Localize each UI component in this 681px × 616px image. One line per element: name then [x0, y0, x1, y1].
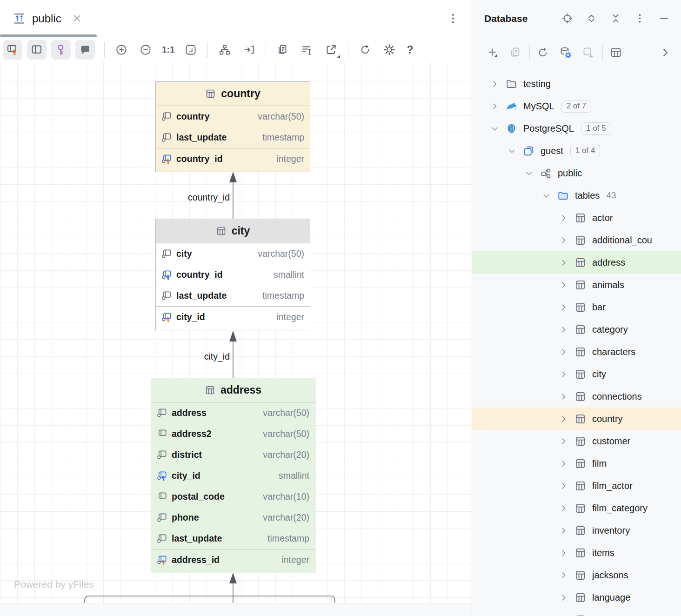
chevron-icon[interactable]: [524, 168, 534, 178]
tree-item-payment_table[interactable]: payment_table: [472, 609, 681, 616]
tree-item-characters[interactable]: characters: [472, 341, 681, 363]
column-row-last_update[interactable]: last_update timestamp: [156, 127, 310, 148]
column-row-district[interactable]: district varchar(20): [151, 444, 315, 465]
entity-header[interactable]: city: [156, 219, 310, 243]
chevron-icon[interactable]: [559, 436, 568, 446]
column-row-city_id[interactable]: city_id integer: [156, 306, 310, 327]
column-row-country_id[interactable]: country_id integer: [156, 148, 310, 169]
actual-size-button[interactable]: 1:1: [162, 45, 174, 55]
column-row-last_update[interactable]: last_update timestamp: [151, 528, 315, 549]
copy-diagram-button[interactable]: [275, 42, 291, 58]
export-button[interactable]: [323, 42, 339, 58]
tree-item-public[interactable]: public: [472, 162, 681, 184]
more-toolbar-icon[interactable]: [659, 46, 672, 59]
show-key-columns-button[interactable]: [3, 40, 22, 60]
column-row-phone[interactable]: phone varchar(20): [151, 507, 315, 528]
chevron-icon[interactable]: [559, 526, 568, 536]
column-row-city_id[interactable]: city_id smallint: [151, 465, 315, 486]
tree-item-PostgreSQL[interactable]: PostgreSQL 1 of 5: [472, 117, 681, 140]
tree-item-category[interactable]: category: [472, 318, 681, 341]
tree-item-items[interactable]: items: [472, 542, 681, 564]
chevron-icon[interactable]: [559, 570, 568, 580]
chevron-icon[interactable]: [559, 459, 568, 469]
refresh-button[interactable]: [357, 42, 373, 58]
help-button[interactable]: ?: [407, 44, 413, 56]
panel-options-kebab-icon[interactable]: [634, 13, 646, 24]
chevron-icon[interactable]: [559, 325, 568, 335]
chevron-icon[interactable]: [559, 503, 568, 513]
tab-close-icon[interactable]: [73, 15, 80, 22]
datasource-properties-button[interactable]: [559, 46, 572, 59]
duplicate-button[interactable]: [509, 46, 522, 59]
refresh-datasource-button[interactable]: [536, 46, 549, 59]
column-row-city[interactable]: city varchar(50): [156, 243, 310, 264]
zoom-out-button[interactable]: [138, 42, 154, 58]
zoom-in-button[interactable]: [114, 42, 129, 58]
chevron-icon[interactable]: [490, 101, 500, 111]
entity-header[interactable]: country: [156, 82, 310, 106]
show-comments-button[interactable]: [75, 40, 95, 60]
tree-item-address[interactable]: address: [472, 251, 681, 274]
tree-item-country[interactable]: country: [472, 408, 681, 430]
chevron-icon[interactable]: [559, 481, 568, 491]
entity-country[interactable]: country country varchar(50) last_update …: [155, 81, 310, 172]
chevron-icon[interactable]: [490, 79, 500, 89]
tree-item-animals[interactable]: animals: [472, 274, 681, 296]
chevron-icon[interactable]: [559, 414, 568, 424]
chevron-icon[interactable]: [559, 369, 568, 379]
chevron-icon[interactable]: [559, 258, 568, 268]
disconnect-button[interactable]: [582, 46, 595, 59]
column-row-address_id[interactable]: address_id integer: [151, 549, 315, 570]
tree-item-tables[interactable]: tables 43: [472, 184, 681, 207]
tree-item-language[interactable]: language: [472, 586, 681, 609]
tree-item-inventory[interactable]: inventory: [472, 519, 681, 542]
expand-all-icon[interactable]: [586, 13, 597, 24]
tree-item-jacksons[interactable]: jacksons: [472, 564, 681, 586]
text-options-button[interactable]: [299, 42, 315, 58]
fit-content-button[interactable]: [183, 42, 199, 58]
chevron-icon[interactable]: [559, 548, 568, 558]
tree-item-city[interactable]: city: [472, 363, 681, 385]
tree-item-guest[interactable]: guest 1 of 4: [472, 140, 681, 162]
column-row-address2[interactable]: address2 varchar(50): [151, 423, 315, 444]
tree-item-additional_cou[interactable]: additional_cou: [472, 229, 681, 251]
jump-to-editor-button[interactable]: [609, 46, 622, 59]
chevron-icon[interactable]: [559, 235, 568, 245]
tree-item-film_category[interactable]: film_category: [472, 497, 681, 519]
chevron-icon[interactable]: [541, 191, 551, 201]
column-row-last_update[interactable]: last_update timestamp: [156, 285, 310, 306]
tree-item-customer[interactable]: customer: [472, 430, 681, 452]
chevron-icon[interactable]: [559, 213, 568, 223]
hide-panel-icon[interactable]: [658, 13, 670, 24]
chevron-icon[interactable]: [490, 124, 500, 134]
chevron-icon[interactable]: [559, 392, 568, 402]
chevron-icon[interactable]: [559, 280, 568, 290]
tab-public[interactable]: public: [0, 0, 80, 37]
show-keys-button[interactable]: [51, 40, 71, 60]
chevron-icon[interactable]: [559, 347, 568, 357]
tree-item-testing[interactable]: testing: [472, 73, 681, 95]
tree-item-film[interactable]: film: [472, 452, 681, 475]
import-button[interactable]: [241, 42, 257, 58]
column-row-address[interactable]: address varchar(50): [151, 402, 315, 423]
chevron-icon[interactable]: [559, 593, 568, 603]
tree-item-connections[interactable]: connections: [472, 385, 681, 408]
column-row-postal_code[interactable]: postal_code varchar(10): [151, 486, 315, 507]
entity-address[interactable]: address address varchar(50) address2 var…: [151, 378, 315, 573]
chevron-icon[interactable]: [559, 302, 568, 312]
tree-item-actor[interactable]: actor: [472, 207, 681, 229]
tree-item-MySQL[interactable]: MySQL 2 of 7: [472, 95, 681, 117]
settings-button[interactable]: [381, 42, 397, 58]
diagram-canvas[interactable]: country_id city_id country country varch…: [0, 62, 472, 603]
column-row-country_id[interactable]: country_id smallint: [156, 264, 310, 285]
new-datasource-button[interactable]: [486, 46, 499, 59]
collapse-all-icon[interactable]: [610, 13, 621, 24]
editor-options-kebab-icon[interactable]: [447, 12, 460, 25]
apply-layout-button[interactable]: [217, 42, 233, 58]
column-row-country[interactable]: country varchar(50): [156, 106, 310, 127]
chevron-icon[interactable]: [507, 146, 517, 156]
tree-item-bar[interactable]: bar: [472, 296, 681, 318]
show-columns-button[interactable]: [27, 40, 47, 60]
locate-icon[interactable]: [561, 13, 573, 24]
tree-item-film_actor[interactable]: film_actor: [472, 475, 681, 497]
